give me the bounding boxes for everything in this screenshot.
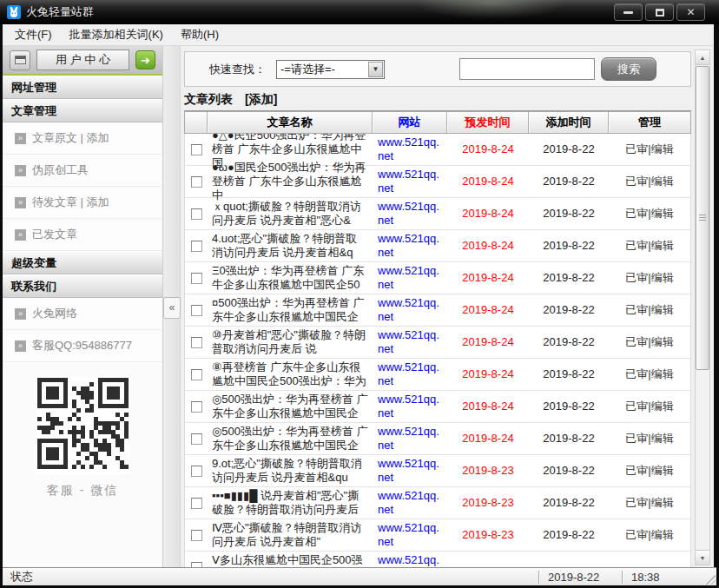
site-link[interactable]: www.521qq.net	[373, 391, 447, 422]
scroll-down-button[interactable]: ▼	[696, 550, 709, 565]
quick-find-select[interactable]: -=请选择=- ▼	[276, 60, 385, 79]
manage-links[interactable]: 已审|编辑	[609, 455, 690, 486]
manage-links[interactable]: 已审|编辑	[609, 391, 690, 422]
row-checkbox[interactable]	[191, 144, 202, 155]
table-row: 4.uot;恶心"撕破脸？特朗普取消访问丹麦后 说丹麦首相&qwww.521qq…	[185, 230, 690, 262]
sidebar-item[interactable]: »伪原创工具	[3, 155, 162, 187]
row-checkbox[interactable]	[191, 176, 202, 188]
row-checkbox[interactable]	[191, 305, 202, 316]
titlebar[interactable]: 火兔轻量站群 ✕	[0, 0, 719, 24]
sidebar-item[interactable]: »客服QQ:954886777	[3, 330, 162, 362]
menu-item[interactable]: 文件(F)	[6, 24, 61, 45]
go-button[interactable]: ➔	[135, 50, 155, 69]
manage-links[interactable]: 已审|编辑	[609, 423, 690, 454]
manage-links[interactable]: 已审|编辑	[609, 327, 690, 358]
row-checkbox[interactable]	[191, 433, 202, 445]
manage-links[interactable]: 已审|编辑	[609, 198, 690, 229]
sidebar-section-header[interactable]: 网址管理	[3, 76, 162, 99]
site-link[interactable]: www.521qq.net	[373, 262, 447, 294]
sidebar-item[interactable]: »待发文章 | 添加	[3, 187, 162, 219]
row-checkbox[interactable]	[191, 530, 202, 541]
site-link[interactable]: www.521qq.net	[373, 198, 447, 229]
app-rabbit-icon	[7, 5, 21, 19]
collapse-sidebar-button[interactable]: «	[163, 297, 181, 319]
sidebar-section-header[interactable]: 文章管理	[3, 99, 162, 122]
column-header-manage[interactable]: 管理	[609, 112, 690, 133]
article-title: Ⅴ多山东很尴尬中国民企500强出炉：	[208, 552, 373, 567]
site-link[interactable]: www.521qq.net	[373, 359, 447, 390]
add-article-link[interactable]: [添加]	[245, 92, 277, 108]
scrollbar-thumb[interactable]	[696, 66, 709, 370]
maximize-button[interactable]	[645, 3, 674, 21]
dropdown-arrow-icon[interactable]: ▼	[368, 62, 383, 77]
site-link[interactable]: www.521qq.net	[373, 134, 447, 165]
sidebar-item[interactable]: »已发文章	[3, 219, 162, 251]
row-checkbox[interactable]	[191, 401, 202, 413]
site-link[interactable]: www.521qq.net	[373, 230, 447, 261]
manage-links[interactable]: 已审|编辑	[609, 166, 690, 197]
user-center-button[interactable]: 用 户 中 心	[36, 50, 129, 70]
site-link[interactable]: www.521qq.net	[373, 294, 447, 326]
row-checkbox[interactable]	[191, 369, 202, 380]
site-link[interactable]: www.521qq.net	[373, 327, 447, 358]
menu-item[interactable]: 帮助(H)	[172, 24, 228, 45]
site-link[interactable]: www.521qq.net	[373, 455, 447, 486]
table-row: ｘquot;撕破脸？特朗普取消访问丹麦后 说丹麦首相"恶心&www.521qq.…	[185, 198, 690, 230]
minimize-button[interactable]	[614, 3, 643, 21]
pre-publish-date: 2019-8-23	[447, 487, 529, 519]
sidebar-item[interactable]: »火兔网络	[3, 298, 162, 330]
article-title: ●ω●国民企500强出炉：华为再登榜首 广东牛企多山东很尴尬中	[208, 166, 373, 197]
manage-links[interactable]: 已审|编辑	[609, 262, 690, 294]
article-title: ◎500强出炉：华为再登榜首 广东牛企多山东很尴尬中国民企	[208, 423, 373, 454]
column-header-add[interactable]: 添加时间	[529, 112, 609, 133]
sidebar-section-header[interactable]: 超级变量	[3, 251, 162, 274]
row-checkbox[interactable]	[191, 498, 202, 509]
pre-publish-date: 2019-8-24	[447, 423, 529, 454]
qr-caption: 客服 - 微信	[3, 483, 162, 499]
site-link[interactable]: www.521qq.net	[373, 519, 447, 551]
row-checkbox[interactable]	[191, 273, 202, 284]
wechat-qr-wrap	[36, 376, 130, 474]
scroll-up-button[interactable]: ▲	[696, 50, 709, 65]
manage-links[interactable]: 已审|编辑	[609, 487, 690, 519]
column-header-site[interactable]: 网站	[373, 112, 447, 133]
article-title: ⑧再登榜首 广东牛企多山东很尴尬中国民企500强出炉：华为	[208, 359, 373, 390]
manage-links[interactable]: 已审|编辑	[609, 519, 690, 551]
added-date: 2019-8-22	[529, 198, 609, 229]
wechat-qr-code	[37, 378, 129, 469]
window-icon	[15, 56, 26, 64]
manage-links[interactable]: 已审|编辑	[609, 230, 690, 261]
column-header-check[interactable]	[185, 112, 208, 133]
article-title: ｘquot;撕破脸？特朗普取消访问丹麦后 说丹麦首相"恶心&	[208, 198, 373, 229]
pre-publish-date: 2019-8-24	[447, 294, 529, 326]
site-link[interactable]: www.521qq.net	[373, 552, 447, 567]
row-checkbox[interactable]	[191, 241, 202, 252]
menu-item[interactable]: 批量添加相关词(K)	[61, 24, 172, 45]
row-checkbox[interactable]	[191, 208, 202, 220]
vertical-scrollbar[interactable]: ▲ ▼	[695, 50, 710, 565]
search-button[interactable]: 搜索	[601, 57, 656, 81]
list-title: 文章列表	[184, 92, 233, 108]
quick-find-selected-value: -=请选择=-	[277, 62, 368, 77]
site-link[interactable]: www.521qq.net	[373, 423, 447, 454]
site-link[interactable]: www.521qq.net	[373, 166, 447, 197]
manage-links[interactable]: 已审|编辑	[609, 359, 690, 390]
sidebar-section-header[interactable]: 联系我们	[3, 274, 162, 298]
column-header-pre[interactable]: 预发时间	[447, 112, 529, 133]
row-checkbox[interactable]	[191, 466, 202, 477]
manage-links[interactable]: 已审|编辑	[609, 134, 690, 165]
checkbox-cell	[185, 294, 208, 326]
close-button[interactable]: ✕	[676, 3, 705, 21]
site-link[interactable]: www.521qq.net	[373, 487, 447, 519]
manage-links[interactable]	[609, 552, 690, 567]
row-checkbox[interactable]	[191, 337, 202, 348]
search-input[interactable]	[459, 58, 595, 80]
checkbox-cell	[185, 552, 208, 567]
manage-links[interactable]: 已审|编辑	[609, 294, 690, 326]
sidebar-item[interactable]: »文章原文 | 添加	[3, 122, 162, 155]
checkbox-cell	[185, 391, 208, 422]
article-title: 4.uot;恶心"撕破脸？特朗普取消访问丹麦后 说丹麦首相&q	[208, 230, 373, 261]
column-header-name[interactable]: 文章名称	[208, 112, 373, 133]
quick-find-bar: 快速查找： -=请选择=- ▼ 搜索	[184, 51, 691, 87]
panel-toggle-button[interactable]	[10, 50, 30, 70]
